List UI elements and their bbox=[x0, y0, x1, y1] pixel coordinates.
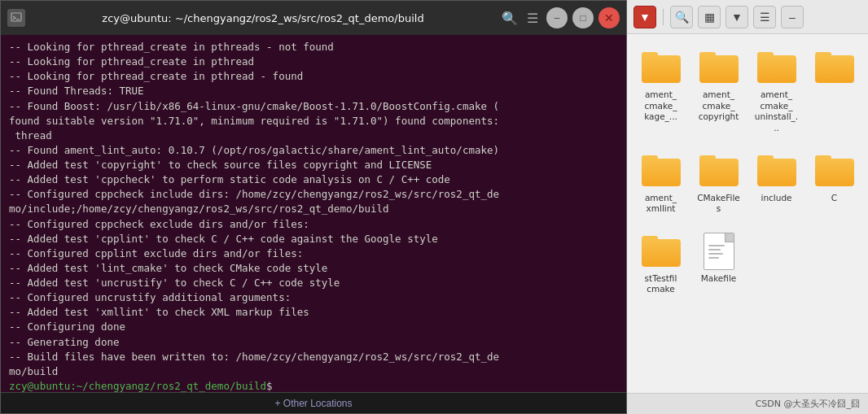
file-label: stTestfilcmake bbox=[645, 273, 677, 295]
terminal-title: zcy@ubuntu: ~/chengyangz/ros2_ws/src/ros… bbox=[32, 12, 494, 24]
terminal-line: -- Configured uncrustify additional argu… bbox=[9, 290, 618, 305]
makefile-icon bbox=[699, 231, 739, 270]
list-item[interactable]: ament_cmake_uninstall_... bbox=[751, 42, 802, 139]
terminal-output: -- Looking for pthread_create in pthread… bbox=[1, 35, 626, 392]
fm-sort-button[interactable]: ▼ bbox=[726, 6, 748, 28]
terminal-icon bbox=[7, 9, 25, 27]
terminal-line: -- Configured cpplint exclude dirs and/o… bbox=[9, 246, 618, 261]
terminal-line: -- Found Boost: /usr/lib/x86_64-linux-gn… bbox=[9, 99, 618, 114]
other-locations-button[interactable]: + Other Locations bbox=[274, 398, 352, 409]
terminal-line: -- Build files have been written to: /ho… bbox=[9, 350, 618, 364]
list-item[interactable]: ament_cmake_kage_... bbox=[635, 42, 686, 139]
file-label: ament_cmake_copyright bbox=[699, 89, 739, 123]
terminal-line: -- Generating done bbox=[9, 335, 618, 350]
close-button[interactable]: ✕ bbox=[598, 7, 620, 28]
terminal-line: found suitable version "1.71.0", minimum… bbox=[9, 114, 618, 129]
toolbar-separator bbox=[663, 9, 664, 25]
terminal-footer: + Other Locations bbox=[1, 392, 626, 413]
file-manager: ▼ 🔍 ▦ ▼ ☰ – ament_cmake_kage_... bbox=[627, 0, 868, 414]
menu-button[interactable]: ☰ bbox=[524, 9, 541, 27]
terminal-line: -- Found ament_lint_auto: 0.10.7 (/opt/r… bbox=[9, 143, 618, 158]
terminal-line: -- Configured cppcheck exclude dirs and/… bbox=[9, 217, 618, 232]
terminal-prompt: zcy@ubuntu:~/chengyangz/ros2_qt_demo/bui… bbox=[9, 379, 266, 392]
list-item[interactable]: ament_cmake_copyright bbox=[693, 42, 744, 139]
file-label: Makefile bbox=[701, 273, 737, 285]
terminal-line: -- Configured cppcheck include dirs: /ho… bbox=[9, 187, 618, 202]
folder-icon bbox=[642, 150, 681, 190]
folder-icon bbox=[642, 47, 681, 86]
fm-minimize-button[interactable]: – bbox=[781, 6, 804, 28]
folder-icon bbox=[699, 150, 739, 190]
terminal-line: mo/build bbox=[9, 364, 618, 379]
list-item[interactable]: stTestfilcmake bbox=[635, 226, 686, 300]
file-label: ament_cmake_uninstall_... bbox=[754, 89, 799, 134]
terminal-line: -- Looking for pthread_create in pthread… bbox=[9, 40, 618, 54]
folder-icon bbox=[757, 150, 796, 190]
back-button[interactable]: ▼ bbox=[633, 6, 656, 28]
terminal-line: -- Added test 'lint_cmake' to check CMak… bbox=[9, 261, 618, 276]
other-locations-label: + Other Locations bbox=[274, 398, 352, 409]
fm-view-button[interactable]: ▦ bbox=[698, 6, 721, 28]
terminal-line: -- Added test 'copyright' to check sourc… bbox=[9, 158, 618, 172]
terminal-line: -- Added test 'xmllint' to check XML mar… bbox=[9, 305, 618, 320]
terminal-titlebar: zcy@ubuntu: ~/chengyangz/ros2_ws/src/ros… bbox=[1, 1, 626, 35]
maximize-button[interactable]: □ bbox=[572, 7, 594, 28]
folder-icon bbox=[642, 231, 681, 270]
file-label: ament_cmake_kage_... bbox=[644, 89, 677, 123]
terminal-prompt-line: zcy@ubuntu:~/chengyangz/ros2_qt_demo/bui… bbox=[9, 379, 618, 392]
window-controls: 🔍 ☰ – □ ✕ bbox=[501, 7, 620, 28]
folder-icon bbox=[757, 47, 796, 86]
list-item[interactable]: ament_xmllint bbox=[635, 146, 686, 220]
folder-icon bbox=[699, 47, 739, 86]
minimize-button[interactable]: – bbox=[546, 7, 568, 28]
watermark-text: CSDN @大圣头不冷囧_囧 bbox=[756, 398, 860, 410]
folder-icon bbox=[815, 47, 854, 86]
terminal-line: -- Added test 'cpplint' to check C / C++… bbox=[9, 232, 618, 246]
terminal-window: zcy@ubuntu: ~/chengyangz/ros2_ws/src/ros… bbox=[0, 0, 627, 414]
fm-search-button[interactable]: 🔍 bbox=[670, 6, 693, 28]
file-label: ament_xmllint bbox=[645, 193, 677, 215]
fm-file-grid: ament_cmake_kage_... ament_cmake_copyrig… bbox=[627, 34, 868, 393]
file-label: CMakeFiles bbox=[696, 193, 741, 215]
terminal-line: -- Added test 'uncrustify' to check C / … bbox=[9, 276, 618, 290]
fm-toolbar: ▼ 🔍 ▦ ▼ ☰ – bbox=[627, 0, 868, 34]
terminal-line: mo/include;/home/zcy/chengyangz/ros2_ws/… bbox=[9, 202, 618, 216]
file-label: include bbox=[761, 193, 791, 204]
terminal-line: -- Found Threads: TRUE bbox=[9, 84, 618, 98]
terminal-line: -- Looking for pthread_create in pthread… bbox=[9, 69, 618, 84]
list-item[interactable]: C bbox=[809, 146, 860, 220]
terminal-prompt-suffix: $ bbox=[266, 379, 273, 392]
folder-icon bbox=[815, 150, 854, 190]
list-item[interactable]: include bbox=[751, 146, 802, 220]
terminal-line: -- Looking for pthread_create in pthread bbox=[9, 54, 618, 69]
terminal-line: -- Added test 'cppcheck' to perform stat… bbox=[9, 172, 618, 187]
list-item[interactable]: CMakeFiles bbox=[693, 146, 744, 220]
terminal-line: -- Configuring done bbox=[9, 320, 618, 334]
fm-options-button[interactable]: ☰ bbox=[753, 6, 776, 28]
search-button[interactable]: 🔍 bbox=[501, 9, 519, 27]
terminal-line: thread bbox=[9, 129, 618, 143]
list-item[interactable]: Makefile bbox=[693, 226, 744, 300]
fm-watermark: CSDN @大圣头不冷囧_囧 bbox=[627, 393, 868, 414]
list-item[interactable] bbox=[809, 42, 860, 139]
file-label: C bbox=[831, 193, 837, 204]
